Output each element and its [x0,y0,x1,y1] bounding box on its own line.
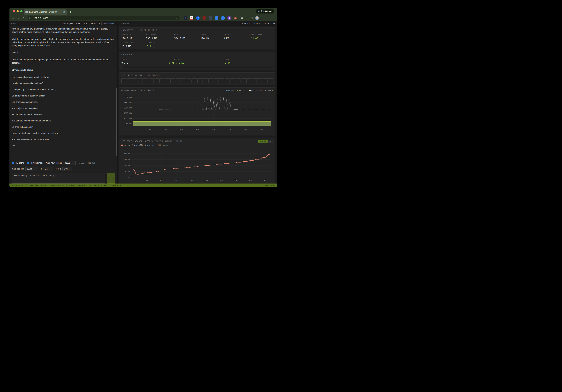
legend-note: 466 tokens [158,144,168,146]
stat: MLP504.0 MB [174,34,201,40]
chat-message: Fin. [12,144,115,147]
gemini-icon: ✦ [258,10,260,13]
send-button[interactable]: send [107,173,115,183]
finish-reason: finish: eos [262,184,275,187]
status-separator: │ [108,184,109,187]
kv-layer-block [192,78,197,83]
svg-text:100: 100 [160,179,163,181]
chat-message: La brisa te hace sentir, [12,125,115,129]
stat: TOTAL PARAMS1.11 GB [248,34,273,40]
skip-first-toggle[interactable]: skip 1st [258,140,268,143]
password-dots-icon[interactable]: ••• [209,16,212,20]
kv-cache-checkbox[interactable]: ✓ [12,162,14,164]
extensions-puzzle-icon[interactable]: ▦ [240,16,243,20]
url-text[interactable]: 127.0.0.1:8000 [34,17,174,19]
chat-panel: CHAT QWEN/QWEN3-0.6B · MPS · BFLOAT16 re… [10,21,117,183]
kv-layer-block [121,78,126,83]
adblock-shield-icon[interactable]: − [202,16,206,20]
browser-toolbar: ← → ⟳ i 127.0.0.1:8000 ☆ ⚛ X − ••• ✳ S ✺… [10,15,277,21]
minimize-window-button[interactable] [17,10,19,12]
svg-text:30s: 30s [180,128,183,131]
new-tab-button[interactable]: + [70,10,71,14]
max-seq-len-input[interactable] [25,167,38,171]
thinking-mode-checkbox[interactable]: ✓ [27,162,29,164]
kv-layer-block [208,78,213,83]
max-seq-len-label: max_seq_len [12,168,24,170]
temperature-input[interactable] [44,167,53,171]
stat: NORMS114 KB [200,34,223,40]
memory-legend: paramskv cacheactivationsdriver [226,90,273,91]
ask-input[interactable] [12,173,105,183]
legend-swatch [121,145,123,146]
kv-layer-block [165,78,170,83]
globe-icon [25,11,28,13]
maximize-window-button[interactable] [20,10,23,12]
kv-cache-label: KV cache [15,162,24,164]
stat: EMBEDDINGS296.8 MB [121,34,146,40]
parameters-stats-row1: EMBEDDINGS296.8 MBATTENTION336.0 MBMLP50… [121,34,273,40]
pdf-extension-icon[interactable]: X [190,16,193,20]
close-tab-icon[interactable]: ✕ [63,11,65,13]
prompt-token-count: prompt: 483 tok [79,162,95,164]
kv-layer-block [132,78,137,83]
blue-extension-icon[interactable] [221,16,225,20]
chat-messages: rhymes. Check for any grammatical errors… [10,26,117,160]
password-manager-icon[interactable] [196,16,199,20]
snowflake-extension-icon[interactable]: ✳ [215,16,218,20]
svg-text:60s: 60s [228,128,231,131]
close-window-button[interactable] [13,10,15,12]
connection-dot-icon [12,185,13,186]
status-separator: │ [87,184,89,187]
kv-layer-block [235,78,240,83]
telemetry-header: TELEMETRY 2.18 GB DRIVER · 1.13 GB LIVE [117,21,277,26]
browser-tab[interactable]: KVCache Explored · Qwen3-0 ✕ [24,9,67,15]
max-new-tokens-input[interactable] [63,161,76,165]
top-p-input[interactable] [62,167,72,171]
svg-text:50s: 50s [212,128,215,131]
chat-message: Aquí tienes una poesía en español, que p… [12,58,115,65]
address-bar[interactable]: i 127.0.0.1:8000 ☆ [27,16,180,20]
legend-swatch [265,90,266,91]
bookmark-star-icon[interactable]: ☆ [176,17,178,20]
chat-message: rhymes. Check for any grammatical errors… [12,27,115,34]
model-info: QWEN/QWEN3-0.6B · MPS · BFLOAT16 [63,22,100,25]
kv-layer-block [230,78,235,83]
stat: BYTES USED0 KB / 0 KB [169,58,225,64]
svg-text:50: 50 [146,179,148,181]
ask-gemini-button[interactable]: ✦ Ask Gemini [256,9,274,13]
svg-text:150: 150 [175,179,178,181]
svg-text:10s: 10s [148,128,151,131]
status-separator: │ [26,184,27,187]
controls-row-1: ✓ KV cache ✓ thinking mode max_new_token… [12,161,115,165]
status-bar: connected│Qwen/Qwen3-0.6B│mps/bfloat16│k… [10,183,277,187]
browser-menu-icon[interactable]: ⋮ [262,17,264,20]
toolbar-divider [246,17,246,20]
status-item: mps/bfloat16 [50,184,64,187]
chat-message: Y en ese momento, el mundo se vuelve... [12,138,115,141]
profile-avatar[interactable] [255,16,259,20]
kv-layer-block [219,78,224,83]
s-extension-icon[interactable]: S [227,16,231,20]
kv-layer-block [143,78,148,83]
starburst-extension-icon[interactable]: ✺ [234,16,237,20]
stat: FILL0.0% [225,58,258,64]
stat: ACTIVATIONS16.0 MB [121,42,147,48]
parameters-title: PARAMETERS · 1.2 GB IN BF16 [121,29,273,31]
react-devtools-icon[interactable]: ⚛ [184,16,187,20]
reload-icon[interactable]: ⟳ [22,17,25,20]
extensions-row: ⚛ X − ••• ✳ S ✺ ▦ ⋮ [184,16,264,20]
chat-scrollbar[interactable] [116,88,117,156]
legend-item: driver [265,90,273,91]
restart-engine-button[interactable]: restart engine [102,22,115,25]
site-info-icon[interactable]: i [29,17,32,19]
all-toggle[interactable]: all [268,140,273,143]
kv-layer-block [263,78,268,83]
kv-layer-block [181,78,186,83]
side-panel-search-icon[interactable] [249,17,252,19]
latency-chart: 0 ms50 ms100 ms150 ms200 ms5010015020025… [121,147,273,183]
forward-icon[interactable]: → [17,17,20,20]
chat-header: CHAT QWEN/QWEN3-0.6B · MPS · BFLOAT16 re… [10,21,117,26]
svg-text:1907 MB: 1907 MB [124,112,132,114]
latency-chart-card: PER-TOKEN DECODE LATENCY PREFILL+WARMUP:… [119,138,275,183]
back-icon[interactable]: ← [12,17,15,20]
